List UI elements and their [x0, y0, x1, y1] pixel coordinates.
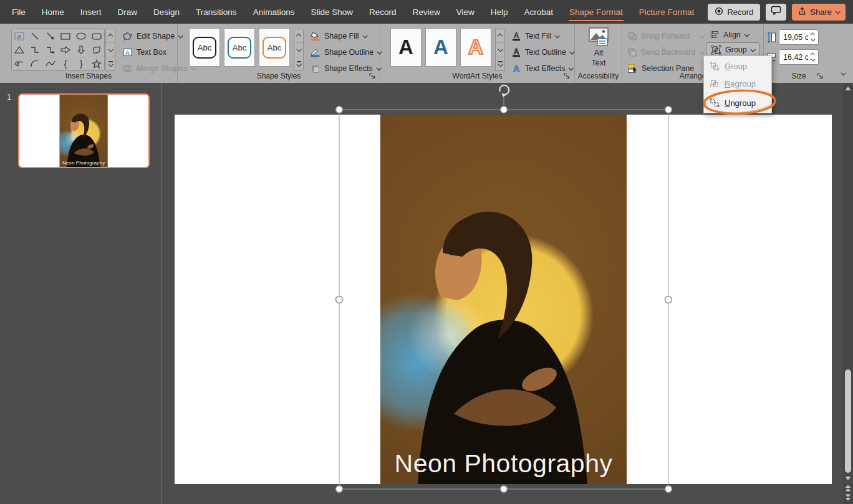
wordart-preset-teal[interactable]: A: [425, 28, 456, 67]
tab-animations[interactable]: Animations: [245, 0, 303, 24]
selection-handle-bottom-right[interactable]: [665, 486, 672, 493]
titlebar-actions: Record Share: [708, 4, 853, 21]
selection-handle-middle-right[interactable]: [665, 297, 672, 303]
selection-handle-bottom-left[interactable]: [336, 486, 343, 493]
collapse-ribbon-button[interactable]: [841, 67, 845, 78]
tab-home[interactable]: Home: [34, 0, 72, 24]
shape-elbow-connector-icon[interactable]: [27, 43, 43, 57]
align-button[interactable]: Align: [710, 27, 748, 42]
rotate-handle-icon[interactable]: [499, 85, 509, 97]
group-icon: [711, 45, 721, 55]
shape-scribble-icon[interactable]: [12, 57, 27, 70]
share-button-label: Share: [810, 7, 832, 17]
shape-styles-more-button[interactable]: [294, 57, 303, 70]
shape-down-arrow-icon[interactable]: [74, 43, 89, 57]
alt-text-button[interactable]: Alt Text: [581, 27, 617, 73]
menu-separator: [705, 93, 770, 93]
shape-right-arrow-icon[interactable]: [58, 43, 74, 57]
tab-draw[interactable]: Draw: [110, 0, 146, 24]
shape-fill-label: Shape Fill: [324, 32, 359, 40]
record-button[interactable]: Record: [708, 4, 760, 21]
shape-style-preset-black[interactable]: Abc: [189, 28, 220, 67]
selection-handle-bottom-center[interactable]: [501, 486, 508, 493]
previous-slide-button[interactable]: [843, 484, 853, 493]
shape-rounded-rectangle-icon[interactable]: [89, 29, 104, 43]
shape-freeform-icon[interactable]: [89, 43, 104, 57]
shape-right-brace-icon[interactable]: }: [74, 57, 89, 70]
shape-arrow-icon[interactable]: [42, 29, 58, 43]
wordart-more-button[interactable]: [496, 57, 504, 70]
tab-transitions[interactable]: Transitions: [188, 0, 245, 24]
height-spinner[interactable]: [808, 34, 817, 41]
scroll-up-button[interactable]: [843, 84, 853, 93]
tab-record[interactable]: Record: [361, 0, 405, 24]
shape-triangle-icon[interactable]: [12, 43, 27, 57]
shape-style-preset-orange[interactable]: Abc: [259, 28, 290, 67]
insert-shapes-group-label: Insert Shapes: [0, 72, 177, 80]
shape-star-icon[interactable]: [89, 57, 104, 70]
wordart-preset-black[interactable]: A: [390, 28, 422, 67]
tab-acrobat[interactable]: Acrobat: [516, 0, 562, 24]
share-icon: [798, 7, 806, 17]
menu-bar: File Home Insert Draw Design Transitions…: [0, 0, 853, 24]
shape-oval-icon[interactable]: [74, 29, 89, 43]
shape-height-input[interactable]: [779, 33, 808, 42]
shape-curve-icon[interactable]: [42, 57, 58, 70]
selection-handle-top-left[interactable]: [336, 107, 343, 113]
shape-styles-scroll-up-button[interactable]: [294, 29, 303, 42]
edit-shape-icon: [122, 31, 133, 41]
shape-width-input[interactable]: [779, 53, 808, 62]
shape-line-icon[interactable]: [27, 29, 43, 43]
shape-styles-scroll: [294, 29, 304, 71]
tab-review[interactable]: Review: [405, 0, 448, 24]
comments-button[interactable]: [766, 4, 786, 21]
slide-1-thumbnail[interactable]: Neon Photography: [18, 93, 150, 168]
record-button-label: Record: [727, 7, 753, 17]
tab-shape-format[interactable]: Shape Format: [561, 0, 631, 24]
next-slide-button[interactable]: [843, 493, 853, 502]
shape-textbox-icon[interactable]: A: [12, 29, 27, 43]
text-box-button[interactable]: A Text Box: [122, 45, 166, 60]
thumbnail-slide-title: Neon Photography: [60, 160, 108, 166]
menu-item-ungroup[interactable]: Ungroup: [704, 94, 771, 112]
selection-handle-top-center[interactable]: [501, 107, 508, 113]
group-shape-styles: Abc Abc Abc Shape Fill Shape Outline Sha…: [178, 24, 380, 83]
shape-rectangle-icon[interactable]: [58, 29, 74, 43]
edit-shape-button[interactable]: Edit Shape: [122, 29, 182, 44]
shape-fill-button[interactable]: Shape Fill: [310, 29, 367, 44]
gallery-more-button[interactable]: [106, 57, 115, 70]
share-button[interactable]: Share: [792, 4, 846, 21]
shape-styles-scroll-down-button[interactable]: [294, 42, 303, 56]
tab-view[interactable]: View: [448, 0, 483, 24]
width-spinner[interactable]: [808, 54, 817, 61]
shape-styles-group-label: Shape Styles: [178, 72, 380, 80]
tab-picture-format[interactable]: Picture Format: [631, 0, 703, 24]
gallery-scroll-down-button[interactable]: [106, 42, 115, 56]
accessibility-group-label: Accessibility: [575, 72, 622, 80]
scroll-down-button[interactable]: [843, 474, 853, 483]
shape-style-preset-teal[interactable]: Abc: [224, 28, 255, 67]
text-fill-button[interactable]: A Text Fill: [511, 29, 559, 44]
shape-arc-icon[interactable]: [27, 57, 43, 70]
selection-handle-middle-left[interactable]: [336, 297, 343, 303]
tab-insert[interactable]: Insert: [72, 0, 110, 24]
group-insert-shapes: A { } Edit Shape: [0, 24, 178, 83]
gallery-scroll-up-button[interactable]: [106, 29, 115, 42]
shape-outline-button[interactable]: Shape Outline: [310, 45, 381, 60]
tab-slide-show[interactable]: Slide Show: [302, 0, 361, 24]
wordart-preset-orange[interactable]: A: [460, 28, 491, 67]
svg-text:A: A: [17, 34, 21, 40]
text-box-label: Text Box: [137, 48, 166, 57]
comment-icon: [771, 6, 781, 18]
shape-left-brace-icon[interactable]: {: [58, 57, 74, 70]
shape-elbow-arrow-connector-icon[interactable]: [42, 43, 58, 57]
scrollbar-thumb[interactable]: [845, 369, 851, 473]
tab-help[interactable]: Help: [483, 0, 516, 24]
record-icon: [715, 7, 723, 17]
text-outline-button[interactable]: A Text Outline: [511, 45, 574, 60]
wordart-scroll-up-button[interactable]: [496, 29, 504, 42]
tab-design[interactable]: Design: [145, 0, 188, 24]
tab-file[interactable]: File: [4, 0, 34, 24]
wordart-scroll-down-button[interactable]: [496, 42, 504, 56]
selection-handle-top-right[interactable]: [665, 107, 672, 113]
